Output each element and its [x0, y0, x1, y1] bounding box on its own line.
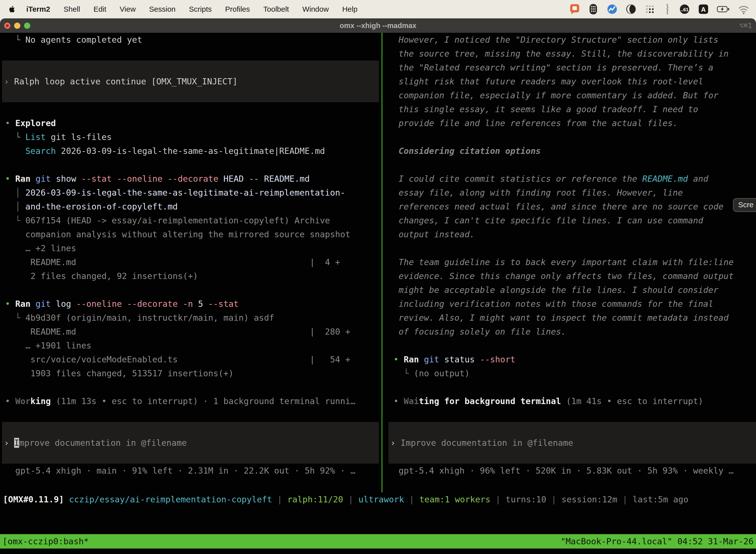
text-segment: 1903 files changed, 513517 insertions(+)	[0, 368, 234, 378]
text-segment: might be acceptable alongside the file l…	[388, 285, 718, 295]
thinking-text: I could cite commit statistics or refere…	[388, 172, 756, 186]
prompt-input[interactable]: › Improve documentation in @filename	[388, 436, 756, 450]
close-button[interactable]	[4, 22, 10, 29]
text-segment: Ran	[15, 174, 30, 184]
chat-app-icon[interactable]	[569, 3, 580, 15]
text-segment: 4b9d30f (origin/main, instructkr/main, m…	[25, 313, 274, 323]
thinking-text: references need actual files, and since …	[388, 200, 756, 214]
menu-item-shell[interactable]: Shell	[63, 5, 80, 13]
terminal-row	[388, 380, 756, 394]
terminal-row	[0, 380, 381, 394]
menu-item-edit[interactable]: Edit	[93, 5, 107, 13]
text-segment: Explored	[15, 118, 56, 128]
text-segment: session:12m	[562, 494, 617, 504]
text-segment	[30, 299, 36, 309]
text-segment: git ls-files	[46, 132, 112, 142]
terminal-pane-left[interactable]: └ No agents completed yet› Ralph loop ac…	[0, 33, 381, 492]
menu-item-help[interactable]: Help	[342, 5, 358, 13]
screen-notification[interactable]: Scre	[733, 198, 756, 212]
text-segment: •	[5, 174, 10, 184]
omx-status-bar: [OMX#0.11.9] cczip/essay/ai-reimplementa…	[0, 492, 756, 506]
thinking-text: The team guideline is to back every impo…	[388, 255, 756, 269]
text-segment: ting for background terminal	[419, 396, 561, 406]
menu-item-window[interactable]: Window	[302, 5, 329, 13]
log-line: └ 4b9d30f (origin/main, instructkr/main,…	[0, 311, 381, 325]
text-segment: essay file, along with finding root file…	[388, 188, 683, 198]
zoom-button[interactable]	[24, 22, 30, 29]
agent-result-line: └ No agents completed yet	[0, 33, 381, 47]
terminal-row	[388, 130, 756, 144]
timer-badge-icon[interactable]: ..61	[679, 3, 690, 15]
text-segment: ›	[390, 438, 400, 448]
text-segment: … +2 lines	[0, 243, 76, 253]
text-segment: turns:10	[506, 494, 547, 504]
log-line: └ (no output)	[388, 366, 756, 380]
crescent-circle-icon[interactable]	[626, 3, 636, 15]
text-segment: ultrawork	[359, 494, 404, 504]
input-source-icon[interactable]: A	[698, 3, 709, 15]
terminal-row	[388, 241, 756, 255]
text-segment: 2026-03-09-is-legal-the-same-as-legitima…	[25, 188, 345, 198]
input-box-row	[388, 450, 756, 464]
apple-menu-icon[interactable]	[8, 5, 15, 13]
text-segment: |	[490, 494, 505, 504]
text-segment: team:1 workers	[420, 494, 491, 504]
menu-item-toolbelt[interactable]: Toolbelt	[263, 5, 289, 13]
log-line: … +1901 lines	[0, 339, 381, 352]
menu-item-profiles[interactable]: Profiles	[225, 5, 250, 13]
text-segment: README.md	[264, 174, 310, 184]
input-box-row	[388, 422, 756, 436]
text-segment: … +1901 lines	[0, 340, 91, 350]
text-segment: However, I noticed the "Directory Struct…	[388, 35, 718, 45]
squiggle-icon[interactable]	[663, 3, 671, 15]
dots-grid-icon[interactable]	[644, 3, 655, 15]
text-segment: HEAD	[218, 174, 249, 184]
text-segment	[0, 174, 5, 184]
menu-item-iterm2[interactable]: iTerm2	[26, 5, 50, 13]
window-titlebar[interactable]: omx --xhigh --madmax ⌥⌘1	[0, 18, 756, 33]
terminal-window: └ No agents completed yet› Ralph loop ac…	[0, 33, 756, 554]
log-line: Search 2026-03-09-is-legal-the-same-as-l…	[0, 144, 381, 158]
menubar: iTerm2 ShellEditViewSessionScriptsProfil…	[0, 0, 756, 18]
tmux-session-label[interactable]: [omx-cczip0:bash*	[2, 534, 89, 549]
terminal-row	[388, 339, 756, 352]
text-segment: |	[617, 494, 632, 504]
text-segment: └	[0, 313, 25, 323]
text-segment: this single essay, it seems like a good …	[388, 104, 698, 114]
terminal-row	[388, 408, 756, 422]
activity-hexagon-icon[interactable]	[607, 3, 618, 15]
text-segment: |	[546, 494, 561, 504]
terminal-row	[0, 102, 381, 116]
menu-item-scripts[interactable]: Scripts	[189, 5, 212, 13]
shield-grid-icon[interactable]	[588, 3, 599, 15]
battery-icon[interactable]	[717, 3, 730, 15]
traffic-lights	[4, 22, 30, 29]
thinking-text: the source tree, missing the essay. Stil…	[388, 47, 756, 61]
prompt-input[interactable]: › Improve documentation in @filename	[2, 436, 379, 450]
text-segment	[388, 354, 393, 365]
terminal-pane-right[interactable]: However, I noticed the "Directory Struct…	[382, 33, 756, 492]
minimize-button[interactable]	[14, 22, 20, 29]
text-segment: evidence. Since this change only affects…	[388, 271, 734, 281]
text-segment: •	[5, 299, 10, 309]
text-segment: 2026-03-09-is-legal-the-same-as-legitima…	[56, 146, 325, 156]
log-line: … +2 lines	[0, 241, 381, 255]
text-segment: Improve documentation in @filename	[400, 438, 573, 448]
text-segment: (11m 13s • esc to interrupt) · 1 backgro…	[51, 396, 356, 406]
menu-item-view[interactable]: View	[120, 5, 136, 13]
wifi-icon[interactable]	[738, 3, 750, 15]
log-line: │ and-the-erosion-of-copyleft.md	[0, 200, 381, 214]
text-segment	[10, 299, 15, 309]
log-explored: • Explored	[0, 116, 381, 130]
text-segment: cczip/essay/ai-reimplementation-copyleft	[69, 494, 272, 504]
menu-item-session[interactable]: Session	[149, 5, 176, 13]
text-segment	[0, 146, 25, 156]
menubar-status-icons: ..61 A	[569, 3, 750, 15]
text-segment: 067f154 (HEAD -> essay/ai-reimplementati…	[25, 215, 330, 225]
text-segment: •	[0, 396, 15, 406]
text-segment: --stat	[81, 174, 117, 184]
text-segment: •	[388, 396, 403, 406]
text-segment: (no output)	[414, 368, 469, 378]
text-segment: |	[343, 494, 359, 504]
text-segment: •	[393, 354, 398, 365]
